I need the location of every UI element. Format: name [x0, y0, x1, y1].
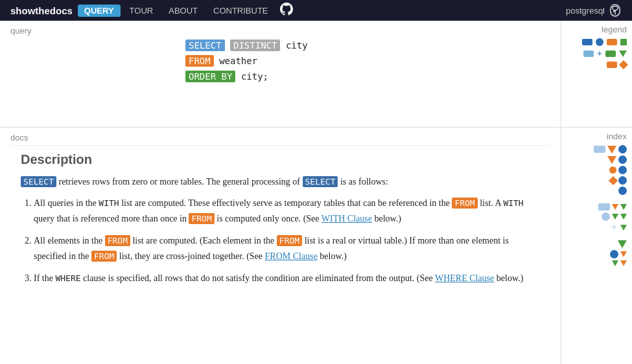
right-panel: legend + index	[561, 21, 632, 364]
select-inline-kw-2: SELECT	[303, 176, 338, 187]
orderby-keyword: ORDER BY	[185, 71, 235, 82]
li2-text5: below.)	[320, 251, 346, 261]
content-panel: query SELECT DISTINCT city FROM weather …	[0, 21, 561, 364]
idx-tri-sg-2	[612, 214, 618, 220]
legend-row-2: +	[567, 49, 627, 58]
legend-lightblue-rect	[583, 51, 594, 57]
list-item-1: All queries in the WITH list are compute…	[34, 196, 540, 227]
idx-row-4	[567, 176, 627, 185]
li1-text3: list. A	[480, 198, 503, 208]
li1-text5: is computed only once. (See	[217, 214, 322, 223]
idx-tri-orange-1	[607, 146, 616, 154]
city-semicolon-text: city;	[241, 71, 268, 82]
idx-row-9	[567, 240, 627, 248]
idx-row-6	[567, 203, 627, 210]
idx-lb-rect-1	[594, 146, 605, 153]
description-heading: Description	[21, 152, 540, 167]
idx-row-1	[567, 145, 627, 154]
legend-label: legend	[567, 25, 627, 34]
city-text: city	[286, 40, 308, 51]
idx-plus-lb: +	[610, 223, 618, 232]
idx-tri-sg-3	[620, 214, 627, 220]
li3-text3: below.)	[497, 273, 523, 283]
with-clause-link[interactable]: WITH Clause	[322, 214, 372, 223]
list-item-2: All elements in the FROM list are comput…	[34, 233, 540, 264]
legend-green-triangle	[619, 51, 627, 57]
idx-tri-green-1	[618, 240, 627, 248]
where-mono: WHERE	[55, 273, 80, 283]
from-inline-kw-2: FROM	[189, 213, 214, 224]
legend-blue-circle	[596, 38, 603, 46]
legend-blue-rect	[582, 39, 592, 45]
para1-text-1: retrieves rows from zero or more tables.…	[58, 177, 302, 187]
nav-tour-button[interactable]: TOUR	[123, 5, 160, 17]
idx-tri-sg-1	[620, 204, 627, 210]
idx-circ-blue-1	[618, 145, 627, 154]
legend-section: legend +	[561, 21, 632, 128]
idx-row-3	[567, 166, 627, 174]
query-line-2: FROM weather	[185, 55, 550, 67]
idx-circ-orange-1	[609, 166, 616, 174]
idx-lb-rect-2	[598, 203, 610, 210]
li3-text2: clause is specified, all rows that do no…	[83, 273, 435, 283]
docs-section: docs Description SELECT retrieves rows f…	[0, 128, 561, 300]
logo[interactable]: showthedocs	[10, 5, 73, 16]
github-icon[interactable]	[280, 3, 293, 19]
idx-circ-lb-1	[602, 212, 610, 221]
idx-tri-so-2	[620, 251, 627, 257]
select-inline-kw: SELECT	[21, 176, 56, 187]
from-clause-link[interactable]: FROM Clause	[265, 251, 318, 261]
li2-text1: All elements in the	[34, 236, 105, 245]
li1-text2: list are computed. These effectively ser…	[121, 198, 452, 208]
postgresql-icon	[609, 4, 622, 17]
nav-contribute-button[interactable]: CONTRIBUTE	[207, 5, 275, 17]
li1-text4: query that is referenced more than once …	[34, 214, 189, 223]
li1-text6: below.)	[374, 214, 401, 223]
where-clause-link[interactable]: WHERE Clause	[435, 273, 494, 283]
select-keyword: SELECT	[185, 40, 225, 51]
idx-row-8: +	[567, 223, 627, 232]
db-label[interactable]: postgresql	[566, 6, 605, 16]
idx-circ-blue-5	[618, 187, 627, 195]
query-label: query	[10, 26, 550, 36]
query-section: query SELECT DISTINCT city FROM weather …	[0, 21, 561, 128]
legend-row-3	[567, 62, 627, 68]
description-list: All queries in the WITH list are compute…	[34, 196, 540, 286]
idx-tri-sg-5	[612, 260, 618, 266]
db-selector: postgresql	[566, 4, 622, 17]
svg-point-1	[613, 6, 618, 10]
legend-orange-diamond	[619, 60, 628, 69]
query-line-3: ORDER BY city;	[185, 71, 550, 82]
nav-query-button[interactable]: QUERY	[78, 5, 121, 17]
main-layout: query SELECT DISTINCT city FROM weather …	[0, 21, 632, 364]
distinct-keyword: DISTINCT	[230, 40, 280, 51]
idx-tri-sg-4	[620, 225, 627, 231]
li3-text1: If the	[34, 273, 55, 283]
idx-circ-blue-2	[618, 155, 627, 164]
weather-text: weather	[219, 56, 257, 66]
index-section: index	[561, 128, 632, 364]
idx-dia-orange-1	[609, 176, 618, 185]
with-mono-1: WITH	[99, 198, 119, 208]
legend-plus: +	[597, 49, 602, 58]
header: showthedocs QUERY TOUR ABOUT CONTRIBUTE …	[0, 0, 632, 21]
list-item-3: If the WHERE clause is specified, all ro…	[34, 271, 540, 286]
legend-green-rect	[605, 51, 616, 57]
legend-orange-rect	[607, 39, 617, 45]
idx-row-2	[567, 155, 627, 164]
from-inline-kw-4: FROM	[277, 235, 302, 246]
idx-row-5	[567, 187, 627, 195]
query-line-1: SELECT DISTINCT city	[185, 40, 550, 51]
idx-circ-blue-3	[618, 166, 627, 174]
from-inline-kw-5: FROM	[91, 251, 117, 262]
docs-label: docs	[10, 133, 550, 146]
idx-circ-blue-4	[618, 176, 627, 185]
nav-about-button[interactable]: ABOUT	[162, 5, 204, 17]
legend-orange-rect-2	[607, 62, 617, 68]
docs-content: Description SELECT retrieves rows from z…	[10, 150, 550, 295]
legend-green-square	[620, 39, 627, 45]
idx-row-10	[567, 250, 627, 258]
legend-row-1	[567, 38, 627, 46]
idx-tri-so-1	[612, 204, 618, 210]
from-inline-kw-1: FROM	[452, 198, 477, 209]
